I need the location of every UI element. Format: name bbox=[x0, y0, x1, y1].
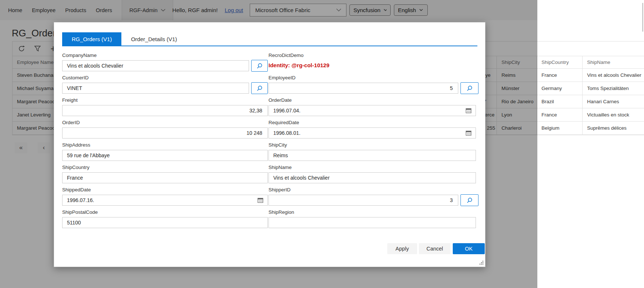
field-label-employeeid: EmployeeID bbox=[268, 75, 296, 80]
field-input-requireddate[interactable] bbox=[268, 127, 476, 138]
identity-note-text: Identity: @rg-col-10129 bbox=[268, 60, 330, 71]
resize-grip[interactable] bbox=[478, 260, 484, 265]
field-label-shippeddate: ShippedDate bbox=[62, 187, 91, 192]
scrollbar-thumb[interactable] bbox=[642, 3, 643, 32]
grid-cell-shipName: Hanari Carnes bbox=[583, 95, 644, 108]
tab-order-details[interactable]: Order_Details (V1) bbox=[121, 32, 186, 46]
field-label-freight: Freight bbox=[62, 97, 78, 103]
field-input-shipaddress[interactable] bbox=[62, 150, 268, 161]
field-input-employeeid[interactable] bbox=[268, 83, 458, 94]
field-label-shipcity: ShipCity bbox=[268, 142, 287, 148]
field-input-companyname[interactable] bbox=[62, 60, 249, 71]
field-input-customerid[interactable] bbox=[62, 83, 249, 94]
field-label-shippostalcode: ShipPostalCode bbox=[62, 209, 98, 215]
grid-cell-shipCountry: France bbox=[537, 108, 583, 122]
field-label-requireddate: RequiredDate bbox=[268, 120, 299, 125]
tab-rg-orders[interactable]: RG_Orders (V1) bbox=[62, 32, 121, 46]
field-label-shipperid: ShipperID bbox=[268, 187, 291, 192]
field-input-orderid[interactable] bbox=[62, 127, 268, 138]
field-input-orderdate[interactable] bbox=[268, 105, 476, 116]
grid-cell-shipName: Toms Spezialitäten bbox=[583, 82, 644, 95]
field-label-shipaddress: ShipAddress bbox=[62, 142, 90, 148]
field-input-shipcountry[interactable] bbox=[62, 172, 268, 183]
field-input-shipperid[interactable] bbox=[268, 195, 458, 206]
search-icon bbox=[466, 197, 473, 204]
grid-cell-shipName: Suprêmes délices bbox=[583, 122, 644, 135]
search-icon bbox=[256, 85, 263, 91]
field-label-orderdate: OrderDate bbox=[268, 97, 292, 103]
field-input-shipname[interactable] bbox=[268, 172, 476, 183]
field-label-shipregion: ShipRegion bbox=[268, 209, 294, 215]
field-search-button-shipperid[interactable] bbox=[460, 194, 478, 206]
field-search-button-companyname[interactable] bbox=[251, 60, 268, 72]
field-input-shipregion[interactable] bbox=[268, 217, 476, 228]
search-icon bbox=[256, 63, 263, 69]
field-label-shipname: ShipName bbox=[268, 165, 292, 170]
grid-cell-shipName: Victuailles en stock bbox=[583, 108, 644, 122]
field-input-shippeddate[interactable] bbox=[62, 195, 268, 206]
grid-cell-shipCountry: France bbox=[537, 69, 583, 82]
dialog-tab-strip: RG_Orders (V1) Order_Details (V1) bbox=[62, 32, 186, 46]
tab-underline bbox=[62, 46, 477, 46]
field-label-shipcountry: ShipCountry bbox=[62, 165, 89, 170]
field-label-recrodictdemo: RecroDictDemo bbox=[268, 53, 303, 58]
cancel-button[interactable]: Cancel bbox=[419, 243, 451, 254]
field-search-button-employeeid[interactable] bbox=[460, 82, 478, 94]
grid-header-cell-shipCountry[interactable]: ShipCountry bbox=[537, 56, 583, 69]
grid-header-cell-shipName[interactable]: ShipName bbox=[583, 56, 644, 69]
field-search-button-customerid[interactable] bbox=[251, 82, 268, 94]
grid-cell-shipCountry: Germany bbox=[537, 82, 583, 95]
edit-record-dialog: RG_Orders (V1) Order_Details (V1) Compan… bbox=[54, 22, 485, 267]
apply-button[interactable]: Apply bbox=[387, 243, 417, 254]
grid-cell-shipCountry: Belgium bbox=[537, 122, 583, 135]
ok-button[interactable]: OK bbox=[453, 243, 485, 254]
grid-cell-shipCountry: Brazil bbox=[537, 95, 583, 108]
search-icon bbox=[466, 85, 473, 91]
field-input-shippostalcode[interactable] bbox=[62, 217, 268, 228]
field-label-companyname: CompanyName bbox=[62, 53, 97, 58]
field-label-orderid: OrderID bbox=[62, 120, 80, 125]
grid-cell-shipName: Vins et alcools Chevalier bbox=[583, 69, 644, 82]
field-input-freight[interactable] bbox=[62, 105, 268, 116]
field-input-shipcity[interactable] bbox=[268, 150, 476, 161]
field-label-customerid: CustomerID bbox=[62, 75, 89, 80]
